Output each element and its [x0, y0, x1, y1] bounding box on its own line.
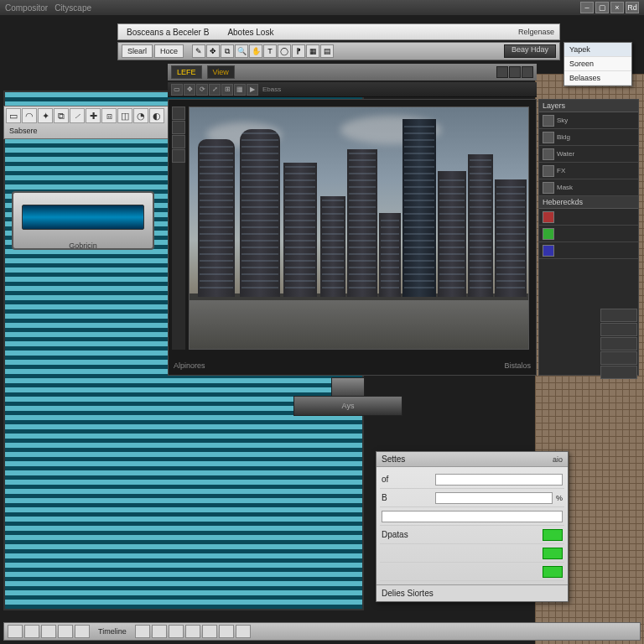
property-input[interactable] [435, 474, 563, 486]
rotate-icon[interactable]: ⟳ [196, 84, 208, 96]
layers-header: Layers [539, 100, 638, 112]
eyedropper-icon[interactable]: ⁋ [292, 44, 305, 58]
sb-btn-7[interactable] [152, 625, 167, 638]
slice-icon[interactable]: ⟋ [70, 108, 85, 123]
layer-row[interactable] [539, 226, 638, 242]
sb-btn-5[interactable] [75, 625, 90, 638]
preview-chip: Gobricin [12, 191, 154, 250]
minimize-icon[interactable]: – [580, 2, 594, 13]
sb-btn-4[interactable] [58, 625, 73, 638]
status-left: Alpinores [174, 361, 205, 370]
toggle-on-icon[interactable] [543, 529, 563, 541]
sb-btn-6[interactable] [135, 625, 150, 638]
pan-icon[interactable]: ✥ [184, 84, 195, 96]
stack-btn-2[interactable] [600, 323, 637, 336]
tab-close-icon[interactable] [522, 66, 533, 78]
viewport-ruler [172, 106, 185, 350]
brush-icon[interactable]: ✎ [192, 44, 205, 58]
ruler-btn-2[interactable] [172, 121, 185, 134]
menu-item-1[interactable]: Bosceans a Beceler B [123, 26, 212, 39]
marquee-icon[interactable]: ▭ [6, 108, 21, 123]
dodge-icon[interactable]: ◐ [149, 108, 164, 123]
move-icon[interactable]: ✥ [206, 44, 220, 58]
property-row [380, 544, 564, 563]
canvas[interactable] [189, 106, 529, 350]
sb-btn-9[interactable] [185, 625, 200, 638]
tab-controls [496, 66, 533, 78]
sb-btn-1[interactable] [8, 625, 23, 638]
shape-icon[interactable]: ◯ [278, 44, 291, 58]
sb-btn-12[interactable] [236, 625, 251, 638]
sb-btn-8[interactable] [169, 625, 184, 638]
play-icon[interactable]: ▶ [247, 84, 258, 96]
crop-icon[interactable]: ⧉ [221, 44, 234, 58]
tab-prev-icon[interactable] [496, 66, 508, 78]
layer-row[interactable]: Bldg [539, 129, 638, 146]
stack-btn-5[interactable] [600, 366, 637, 379]
close-icon[interactable]: × [610, 2, 624, 13]
fill-icon[interactable]: ▦ [306, 44, 319, 58]
tab-1[interactable]: LEFE [171, 65, 202, 79]
tab-2[interactable]: View [207, 65, 235, 79]
sb-btn-3[interactable] [41, 625, 56, 638]
layer-row[interactable]: Water [539, 146, 638, 163]
grid-icon[interactable]: ▦ [234, 84, 246, 96]
layer-row[interactable] [539, 242, 638, 259]
maximize-icon[interactable]: ▢ [595, 2, 609, 13]
water-layer [190, 297, 528, 349]
dropdown-menu: Yapek Soreen Belaases [564, 42, 632, 86]
building-6 [379, 213, 401, 297]
snap-icon[interactable]: ⊞ [221, 84, 233, 96]
aux-button[interactable]: Rd [626, 2, 639, 13]
property-input[interactable] [435, 492, 553, 504]
layer-row[interactable] [539, 209, 638, 226]
stack-btn-4[interactable] [600, 351, 637, 365]
stack-btn-1[interactable] [600, 309, 637, 322]
option-button-1[interactable]: Slearl [122, 44, 153, 58]
side-button-stack [600, 309, 637, 379]
toolbar-label: Ebass [262, 86, 281, 93]
crop2-icon[interactable]: ⧉ [54, 108, 69, 123]
toggle-on-icon[interactable] [543, 548, 563, 559]
layer-row[interactable]: FX [539, 163, 638, 179]
scale-icon[interactable]: ⤢ [209, 84, 221, 96]
heal-icon[interactable]: ✚ [86, 108, 101, 123]
property-input[interactable] [382, 511, 563, 522]
select-icon[interactable]: ▭ [171, 84, 183, 96]
blur-icon[interactable]: ◔ [133, 108, 148, 123]
properties-body: of B % Dpatas [377, 467, 568, 584]
tab-next-icon[interactable] [509, 66, 521, 78]
layer-row[interactable]: Sky [539, 112, 638, 129]
hand-icon[interactable]: ✋ [249, 44, 262, 58]
menu-bar: Bosceans a Beceler B Abotes Losk Relgena… [117, 23, 560, 40]
zoom-icon[interactable]: 🔍 [235, 44, 248, 58]
building-10 [495, 179, 527, 297]
properties-footer[interactable]: Delies Siortes [377, 584, 568, 601]
dropdown-item-2[interactable]: Soreen [564, 57, 631, 71]
stack-btn-3[interactable] [600, 337, 637, 351]
text-icon[interactable]: T [263, 44, 277, 58]
wand-icon[interactable]: ✦ [38, 108, 53, 123]
eraser-icon[interactable]: ◫ [117, 108, 132, 123]
toggle-on-icon[interactable] [543, 566, 563, 578]
option-button-2[interactable]: Hoce [154, 44, 184, 58]
ruler-btn-1[interactable] [172, 106, 185, 120]
ruler-btn-4[interactable] [172, 149, 185, 163]
dropdown-item-3[interactable]: Belaases [564, 71, 631, 86]
sb-btn-11[interactable] [219, 625, 234, 638]
gradient-icon[interactable]: ▤ [320, 44, 334, 58]
properties-header[interactable]: Settes aio [377, 452, 568, 467]
ruler-btn-3[interactable] [172, 135, 185, 148]
window-controls: – ▢ × Rd [580, 2, 639, 13]
lasso-icon[interactable]: ◠ [22, 108, 37, 123]
titlebar: Compositor Cityscape – ▢ × Rd [0, 0, 644, 15]
menu-item-2[interactable]: Abotes Losk [224, 26, 277, 39]
sb-btn-10[interactable] [202, 625, 217, 638]
menu-right-label[interactable]: Relgenase [518, 28, 554, 36]
clone-icon[interactable]: ⧇ [101, 108, 117, 123]
layer-row[interactable]: Mask [539, 179, 638, 196]
status-segment: Timeline [91, 627, 133, 636]
sb-btn-2[interactable] [24, 625, 39, 638]
dropdown-item-1[interactable]: Yapek [564, 43, 631, 57]
mode-button[interactable]: Beay Hday [504, 44, 556, 58]
